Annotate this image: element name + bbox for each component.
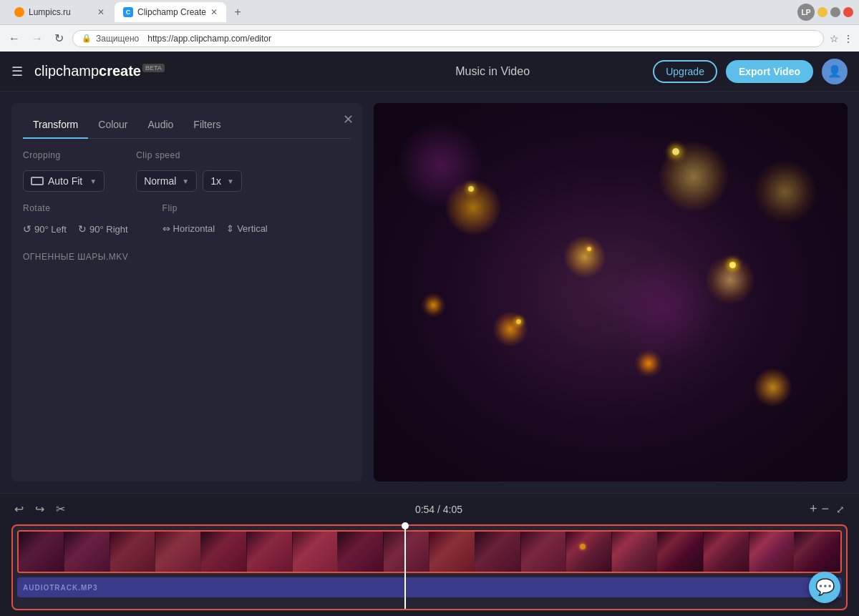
redo-button[interactable]: ↪ xyxy=(32,499,47,519)
tab-colour[interactable]: Colour xyxy=(88,112,137,139)
logo-text: clipchampcreateBETA xyxy=(34,63,165,79)
logo-create: create xyxy=(99,63,141,79)
frame-11 xyxy=(475,532,521,572)
filename: ОГНЕННЫЕ ШАРЫ.MKV xyxy=(23,252,351,262)
speed-multiplier-value: 1x xyxy=(210,175,221,187)
user-avatar[interactable]: 👤 xyxy=(822,59,848,84)
video-preview-inner xyxy=(374,103,848,481)
logo-clipchamp: clipchamp xyxy=(34,63,99,79)
frame-17 xyxy=(749,532,795,572)
frame-1 xyxy=(19,532,64,572)
forward-button[interactable]: → xyxy=(29,29,46,48)
fullscreen-button[interactable]: ⤢ xyxy=(833,501,848,518)
tab-clipchamp-close[interactable]: ✕ xyxy=(210,7,218,17)
refresh-button[interactable]: ↻ xyxy=(52,29,67,48)
rotate-buttons: ↺ 90° Left ↻ 90° Right xyxy=(23,223,128,235)
hamburger-menu[interactable]: ☰ xyxy=(11,64,23,79)
frame-strip xyxy=(19,532,840,572)
close-button[interactable] xyxy=(843,7,853,17)
chat-bubble-button[interactable]: 💬 xyxy=(809,572,840,603)
timeline-time: 0:54 / 4:05 xyxy=(74,504,804,515)
tab-clipchamp-title: Clipchamp Create xyxy=(137,7,206,17)
frame-7 xyxy=(293,532,339,572)
video-track xyxy=(17,530,842,573)
flip-vertical-button[interactable]: ⇕ Vertical xyxy=(226,223,268,234)
frame-12 xyxy=(521,532,567,572)
flip-horizontal-label: Horizontal xyxy=(173,223,215,234)
speed-row: Normal ▼ 1x ▼ xyxy=(136,170,242,192)
undo-button[interactable]: ↩ xyxy=(11,499,26,519)
rotate-right-button[interactable]: ↻ 90° Right xyxy=(78,223,128,235)
cropping-group: Cropping Auto Fit ▼ xyxy=(23,150,105,192)
flip-horizontal-button[interactable]: ⇔ Horizontal xyxy=(162,223,215,234)
frame-6 xyxy=(247,532,293,572)
main-area: Transform Colour Audio Filters ✕ Croppin… xyxy=(0,92,859,616)
clip-speed-label: Clip speed xyxy=(136,150,242,160)
cropping-arrow-icon: ▼ xyxy=(89,177,97,185)
playhead[interactable] xyxy=(404,526,406,609)
rotate-left-label: 90° Left xyxy=(34,224,67,235)
export-button[interactable]: Export Video xyxy=(726,60,813,83)
rotate-left-icon: ↺ xyxy=(23,223,31,235)
browser-chrome: Lumpics.ru ✕ C Clipchamp Create ✕ + LP ←… xyxy=(0,0,859,52)
address-bar[interactable]: 🔒 Защищено https://app.clipchamp.com/edi… xyxy=(72,30,824,47)
browser-tabs: Lumpics.ru ✕ C Clipchamp Create ✕ + xyxy=(6,2,797,22)
frame-14 xyxy=(612,532,658,572)
url-label: Защищено xyxy=(96,34,139,44)
rotate-right-label: 90° Right xyxy=(89,224,128,235)
upgrade-button[interactable]: Upgrade xyxy=(653,60,717,83)
back-button[interactable]: ← xyxy=(6,29,23,48)
zoom-controls: + − ⤢ xyxy=(810,501,848,518)
tab-audio[interactable]: Audio xyxy=(138,112,184,139)
rotate-right-icon: ↻ xyxy=(78,223,87,235)
timeline-controls: ↩ ↪ ✂ 0:54 / 4:05 + − ⤢ xyxy=(11,499,848,519)
bookmark-icon[interactable]: ☆ xyxy=(830,33,839,44)
panel-header: Transform Colour Audio Filters ✕ xyxy=(11,103,362,139)
frame-18 xyxy=(795,532,840,572)
frame-9 xyxy=(384,532,430,572)
minimize-button[interactable] xyxy=(817,7,828,17)
tab-filters[interactable]: Filters xyxy=(183,112,230,139)
tab-transform[interactable]: Transform xyxy=(23,112,88,139)
frame-2 xyxy=(64,532,110,572)
frame-10 xyxy=(430,532,475,572)
zoom-in-button[interactable]: + xyxy=(810,502,817,517)
panel-body: Cropping Auto Fit ▼ Clip speed xyxy=(11,139,362,273)
speed-normal-dropdown[interactable]: Normal ▼ xyxy=(136,170,197,192)
tab-clipchamp[interactable]: C Clipchamp Create ✕ xyxy=(115,2,226,22)
maximize-button[interactable] xyxy=(830,7,840,17)
rotate-left-button[interactable]: ↺ 90° Left xyxy=(23,223,67,235)
cut-button[interactable]: ✂ xyxy=(53,499,68,519)
playhead-circle xyxy=(402,522,409,529)
new-tab-button[interactable]: + xyxy=(228,2,248,22)
cropping-label: Cropping xyxy=(23,150,105,160)
flip-section: Flip ⇔ Horizontal ⇕ Vertical xyxy=(162,203,268,235)
editor-area: Transform Colour Audio Filters ✕ Croppin… xyxy=(0,92,859,493)
browser-navbar: ← → ↻ 🔒 Защищено https://app.clipchamp.c… xyxy=(0,24,859,52)
frame-5 xyxy=(201,532,247,572)
app-title: Music in Video xyxy=(332,65,653,78)
tab-lumpics[interactable]: Lumpics.ru ✕ xyxy=(6,2,113,22)
frame-13 xyxy=(566,532,612,572)
zoom-out-button[interactable]: − xyxy=(821,502,829,517)
rotate-flip-row: Rotate ↺ 90° Left ↻ 90° Right xyxy=(23,203,351,235)
frame-4 xyxy=(155,532,201,572)
controls-row: Cropping Auto Fit ▼ Clip speed xyxy=(23,150,351,192)
flip-buttons: ⇔ Horizontal ⇕ Vertical xyxy=(162,223,268,234)
tab-lumpics-close[interactable]: ✕ xyxy=(97,7,105,17)
audio-track-label: AUDIOTRACK.MP3 xyxy=(23,584,98,592)
window-buttons: LP xyxy=(797,4,853,21)
lock-icon: 🔒 xyxy=(82,34,92,43)
panel-close-button[interactable]: ✕ xyxy=(343,112,354,127)
clipchamp-favicon: C xyxy=(123,7,133,17)
cropping-dropdown[interactable]: Auto Fit ▼ xyxy=(23,170,105,192)
frame-8 xyxy=(338,532,384,572)
menu-icon[interactable]: ⋮ xyxy=(843,33,853,44)
speed-multiplier-arrow-icon: ▼ xyxy=(227,177,234,185)
audio-track: AUDIOTRACK.MP3 xyxy=(17,577,842,597)
tab-lumpics-title: Lumpics.ru xyxy=(29,7,93,17)
speed-multiplier-dropdown[interactable]: 1x ▼ xyxy=(203,170,242,192)
rotate-section: Rotate ↺ 90° Left ↻ 90° Right xyxy=(23,203,128,235)
rotate-label: Rotate xyxy=(23,203,128,213)
flip-horizontal-icon: ⇔ xyxy=(162,223,170,234)
